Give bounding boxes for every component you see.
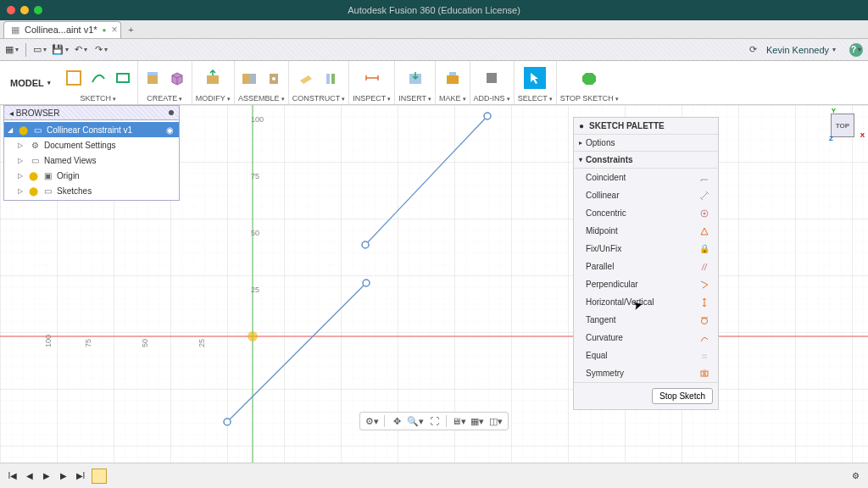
line-icon[interactable] — [87, 67, 109, 89]
constraint-parallel[interactable]: Parallel — [574, 258, 718, 275]
user-menu[interactable]: Kevin Kennedy — [766, 45, 836, 55]
assemble-icon[interactable] — [263, 67, 285, 89]
joint-icon[interactable] — [238, 67, 260, 89]
canvas[interactable]: 25 50 75 100 25 50 75 100 ◂ BROWSER ◢⬤▭ … — [0, 105, 868, 463]
viewcube[interactable]: Y TOP X Z — [826, 108, 860, 142]
ribbon-modify[interactable]: MODIFY — [192, 61, 235, 104]
extrude-icon[interactable] — [142, 67, 164, 89]
tree-named-views[interactable]: ▷▭Named Views — [4, 152, 179, 168]
timeline-step[interactable] — [92, 469, 107, 484]
palette-constraints[interactable]: Constraints — [574, 152, 718, 169]
ribbon-construct[interactable]: CONSTRUCT — [289, 61, 350, 104]
ribbon-insert[interactable]: INSERT — [395, 61, 436, 104]
constraint-tangent[interactable]: Tangent — [574, 311, 718, 329]
timeline-settings-icon[interactable]: ⚙ — [849, 471, 861, 480]
timeline-end-icon[interactable]: ▶I — [75, 471, 86, 480]
file-tab[interactable]: ▦ Collinea...aint v1* ● × — [3, 21, 121, 38]
measure-icon[interactable] — [361, 67, 383, 89]
browser-header[interactable]: ◂ BROWSER — [3, 105, 180, 120]
constraint-horizontal-vertical[interactable]: Horizontal/Vertical — [574, 293, 718, 311]
timeline[interactable]: I◀ ◀ ▶ ▶ ▶I ⚙ — [0, 463, 868, 488]
browser-panel[interactable]: ◂ BROWSER ◢⬤▭ Collinear Constraint v1 ◉ … — [3, 105, 180, 201]
viewport-icon[interactable]: ◫▾ — [487, 413, 504, 429]
minimize-window-icon[interactable] — [20, 6, 29, 14]
axis-z-label: Z — [829, 135, 833, 142]
timeline-next-icon[interactable]: ▶ — [58, 471, 70, 480]
svg-point-8 — [272, 77, 275, 80]
plane-icon[interactable] — [295, 67, 317, 89]
undo-button[interactable]: ↶ — [74, 43, 87, 57]
ribbon-inspect[interactable]: INSPECT — [349, 61, 395, 104]
ribbon-create[interactable]: CREATE — [138, 61, 192, 104]
close-window-icon[interactable] — [7, 6, 15, 14]
help-button[interactable]: ? — [849, 43, 863, 57]
stop-sketch-button[interactable]: Stop Sketch — [652, 388, 713, 404]
sketch-icon[interactable] — [63, 67, 85, 89]
addins-icon[interactable] — [481, 67, 503, 89]
maximize-window-icon[interactable] — [34, 6, 42, 14]
zoom-icon[interactable]: 🔍▾ — [407, 413, 424, 429]
constraint-concentric[interactable]: Concentric — [574, 204, 718, 222]
display-icon[interactable]: 🖥▾ — [450, 413, 467, 429]
timeline-start-icon[interactable]: I◀ — [7, 471, 19, 480]
constraint-fix[interactable]: Fix/UnFix🔒 — [574, 240, 718, 258]
presspull-icon[interactable] — [202, 67, 224, 89]
close-tab-icon[interactable]: × — [111, 24, 117, 36]
tree-root[interactable]: ◢⬤▭ Collinear Constraint v1 ◉ — [4, 122, 179, 137]
ribbon-assemble[interactable]: ASSEMBLE — [235, 61, 289, 104]
timeline-play-icon[interactable]: ▶ — [41, 471, 53, 480]
ribbon-stop-sketch[interactable]: STOP SKETCH — [557, 61, 622, 104]
timeline-prev-icon[interactable]: ◀ — [24, 471, 36, 480]
ribbon-select[interactable]: SELECT — [515, 61, 557, 104]
ribbon-sketch[interactable]: SKETCH — [59, 61, 138, 104]
sketch-palette[interactable]: ●SKETCH PALETTE Options Constraints Coin… — [573, 117, 719, 410]
grid-settings-icon[interactable]: ▦▾ — [469, 413, 486, 429]
constraint-symmetry[interactable]: Symmetry — [574, 364, 718, 382]
ribbon-make[interactable]: MAKE — [436, 61, 470, 104]
make-icon[interactable] — [442, 67, 464, 89]
svg-rect-30 — [701, 371, 704, 376]
palette-header[interactable]: ●SKETCH PALETTE — [574, 118, 718, 135]
axis-x-label: X — [860, 131, 865, 139]
rectangle-icon[interactable] — [112, 67, 134, 89]
file-menu-button[interactable]: ▭ — [33, 43, 47, 57]
svg-rect-0 — [67, 71, 81, 85]
box-icon[interactable] — [166, 67, 188, 89]
titlebar: Autodesk Fusion 360 (Education License) — [0, 0, 868, 20]
tree-origin[interactable]: ▷⬤▣Origin — [4, 168, 179, 183]
navigation-toolbar[interactable]: ⚙▾ ✥ 🔍▾ ⛶ 🖥▾ ▦▾ ◫▾ — [359, 412, 509, 430]
svg-rect-14 — [487, 73, 497, 83]
redo-button[interactable]: ↷ — [94, 43, 108, 57]
select-icon[interactable] — [524, 67, 546, 89]
data-panel-button[interactable]: ▦ — [5, 43, 19, 57]
ribbon-addins[interactable]: ADD-INS — [470, 61, 515, 104]
constraint-perpendicular[interactable]: Perpendicular — [574, 275, 718, 293]
job-status-icon[interactable]: ⟳ — [746, 43, 760, 57]
axis-icon[interactable] — [320, 67, 342, 89]
tree-sketches[interactable]: ▷⬤▭Sketches — [4, 183, 179, 198]
palette-options[interactable]: Options — [574, 135, 718, 152]
constraint-collinear[interactable]: Collinear — [574, 186, 718, 204]
fit-icon[interactable]: ⛶ — [426, 413, 442, 429]
svg-rect-10 — [331, 74, 335, 84]
svg-rect-6 — [249, 74, 256, 84]
ribbon-toolbar: MODEL SKETCH CREATE MODIFY ASSEMBLE CONS… — [0, 61, 868, 105]
tree-document-settings[interactable]: ▷⚙Document Settings — [4, 137, 179, 152]
svg-rect-5 — [242, 74, 249, 84]
constraint-curvature[interactable]: Curvature — [574, 329, 718, 347]
workspace-switcher[interactable]: MODEL — [2, 61, 59, 104]
stop-sketch-icon[interactable] — [578, 67, 600, 89]
constraint-equal[interactable]: Equal — [574, 347, 718, 364]
constraint-coincident[interactable]: Coincident — [574, 169, 718, 186]
file-tab-bar: ▦ Collinea...aint v1* ● × + — [0, 20, 868, 39]
pan-icon[interactable]: ✥ — [388, 413, 405, 429]
new-tab-button[interactable]: + — [121, 20, 140, 39]
insert-icon[interactable] — [404, 67, 426, 89]
orbit-icon[interactable]: ⚙▾ — [364, 413, 381, 429]
svg-point-28 — [702, 318, 708, 324]
svg-point-27 — [704, 212, 706, 214]
save-button[interactable]: 💾 — [53, 43, 67, 57]
svg-rect-1 — [117, 74, 129, 82]
constraint-midpoint[interactable]: Midpoint — [574, 222, 718, 240]
window-controls[interactable] — [7, 6, 42, 14]
